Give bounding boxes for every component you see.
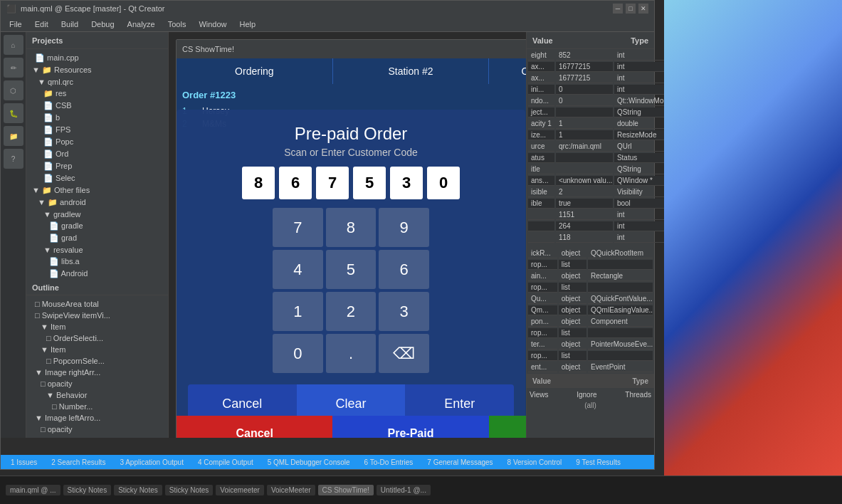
tree-item-selec[interactable]: 📄 Selec (26, 172, 168, 184)
outline-behavior1[interactable]: ▼ Behavior (26, 389, 168, 401)
taskbar-voice2[interactable]: VoiceMeeter (267, 485, 315, 495)
outline-orderselect[interactable]: □ OrderSelecti... (26, 332, 168, 344)
taskbar-sticky1[interactable]: Sticky Notes (63, 485, 112, 495)
numpad-backspace[interactable]: ⌫ (379, 334, 429, 373)
close-button[interactable]: ✕ (638, 4, 648, 14)
tree-item-csb[interactable]: 📄 CSB (26, 100, 168, 112)
numpad-8[interactable]: 8 (326, 208, 377, 247)
outline-image-left[interactable]: ▼ Image leftArro... (26, 412, 168, 424)
outline-opacity1[interactable]: □ opacity (26, 378, 168, 389)
views-label: Views (530, 391, 549, 399)
outline-behavior2[interactable]: ▼ Behavior (26, 435, 168, 438)
obj-name-rop1: rop... (528, 260, 557, 270)
numpad-9[interactable]: 9 (379, 208, 429, 247)
projects-icon[interactable]: 📁 (4, 126, 23, 146)
numpad-1[interactable]: 1 (273, 292, 323, 331)
menu-window[interactable]: Window (193, 19, 232, 30)
numpad-4[interactable]: 4 (273, 250, 323, 289)
code-digit-3: 5 (353, 167, 386, 199)
footer-finished-btn[interactable]: Finished (489, 416, 526, 438)
outline-number1[interactable]: □ Number... (26, 401, 168, 412)
status-compile[interactable]: 4 Compile Output (194, 458, 258, 466)
outline-swipeview[interactable]: □ SwipeView itemVi... (26, 310, 168, 321)
tree-item-gradle2[interactable]: 📄 grad (26, 232, 168, 244)
tree-item-android[interactable]: ▼ 📁 android (26, 196, 168, 209)
prop-val-source: qrc:/main.qml (556, 142, 613, 152)
taskbar-sticky2[interactable]: Sticky Notes (114, 485, 162, 495)
menu-debug[interactable]: Debug (85, 19, 120, 30)
numpad-5[interactable]: 5 (326, 250, 377, 289)
status-general[interactable]: 7 General Messages (423, 458, 497, 466)
tree-item-prep[interactable]: 📄 Prep (26, 160, 168, 172)
obj-row-pointer: ter... object PointerMouseEve... (528, 340, 653, 350)
tree-item-android2[interactable]: 📄 Android (26, 268, 168, 280)
obj-row-rop3: rop... list (528, 328, 653, 338)
status-test[interactable]: 9 Test Results (572, 458, 625, 466)
menu-file[interactable]: File (4, 19, 28, 30)
tree-item-maincpp[interactable]: 📄 main.cpp (26, 52, 168, 64)
prop-row-title: itle QString (528, 164, 671, 174)
taskbar-sticky3[interactable]: Sticky Notes (165, 485, 214, 495)
menu-tools[interactable]: Tools (162, 19, 192, 30)
maximize-button[interactable]: □ (626, 4, 636, 14)
prop-name-maxh: ax... (528, 73, 554, 83)
taskbar-csshowtime[interactable]: CS ShowTime! (318, 485, 374, 495)
design-icon[interactable]: ⬡ (4, 80, 23, 100)
status-appoutput[interactable]: 3 Application Output (115, 458, 188, 466)
taskbar-voice1[interactable]: Voicemeeter (216, 485, 264, 495)
outline-section: Outline □ MouseArea total □ SwipeView it… (26, 280, 168, 438)
tree-item-ord[interactable]: 📄 Ord (26, 148, 168, 160)
numpad-2[interactable]: 2 (326, 292, 377, 331)
footer-prepaid-btn[interactable]: Pre-Paid (332, 416, 488, 438)
prop-type-vis: Visibility (614, 187, 671, 197)
outline-image-right[interactable]: ▼ Image rightArr... (26, 367, 168, 378)
menu-help[interactable]: Help (234, 19, 262, 30)
outline-item2[interactable]: ▼ Item (26, 344, 168, 355)
numpad-7[interactable]: 7 (273, 208, 323, 247)
dialog-title: Pre-paid Order (295, 124, 408, 144)
edit-icon[interactable]: ✏ (4, 58, 23, 78)
tree-item-gradle[interactable]: 📄 gradle (26, 220, 168, 232)
menu-analyze[interactable]: Analyze (122, 19, 161, 30)
outline-opacity2[interactable]: □ opacity (26, 424, 168, 435)
taskbar: main.qml @ ... Sticky Notes Sticky Notes… (0, 476, 842, 504)
outline-popcornsel[interactable]: □ PopcornSele... (26, 355, 168, 367)
status-qml[interactable]: 5 QML Debugger Console (263, 458, 354, 466)
debug-icon[interactable]: 🐛 (4, 103, 23, 123)
numpad-3[interactable]: 3 (379, 292, 429, 331)
tree-item-b[interactable]: 📄 b (26, 112, 168, 124)
status-search[interactable]: 2 Search Results (47, 458, 110, 466)
tree-item-popc[interactable]: 📄 Popc (26, 136, 168, 148)
taskbar-untitled[interactable]: Untitled-1 @... (377, 485, 431, 495)
tree-item-otherfiles[interactable]: ▼ 📁 Other files (26, 184, 168, 196)
prop-val-1151: 1151 (556, 210, 613, 220)
tree-item-fps[interactable]: 📄 FPS (26, 124, 168, 136)
status-version[interactable]: 8 Version Control (503, 458, 567, 466)
outline-mousearea[interactable]: □ MouseArea total (26, 298, 168, 310)
numpad-dot[interactable]: . (326, 334, 377, 373)
welcome-icon[interactable]: ⌂ (4, 35, 23, 55)
status-todo[interactable]: 6 To-Do Entries (360, 458, 418, 466)
tree-item-res[interactable]: 📁 res (26, 88, 168, 100)
tree-item-resources[interactable]: ▼ 📁 Resources (26, 64, 168, 76)
taskbar-qt[interactable]: main.qml @ ... (6, 485, 60, 495)
minimize-button[interactable]: ─ (613, 4, 623, 14)
tree-item-gradlew[interactable]: ▼ gradlew (26, 209, 168, 220)
app-icon: ⬛ (6, 4, 16, 14)
numpad-0[interactable]: 0 (273, 334, 323, 373)
prop-type-source: QUrl (614, 142, 671, 152)
prop-val-maxw: 16777215 (556, 62, 613, 72)
tree-item-resvalue[interactable]: ▼ resvalue (26, 244, 168, 256)
footer-cancel-btn[interactable]: Cancel (177, 416, 332, 438)
outline-item1[interactable]: ▼ Item (26, 321, 168, 332)
numpad-6[interactable]: 6 (379, 250, 429, 289)
menu-edit[interactable]: Edit (29, 19, 54, 30)
status-issues[interactable]: 1 Issues (6, 458, 41, 466)
obj-row-easing: Qm... object QQmlEasingValue... (528, 305, 653, 315)
help-icon[interactable]: ? (4, 149, 23, 169)
prop-val-264: 264 (556, 221, 613, 231)
tree-item-libs[interactable]: 📄 libs.a (26, 256, 168, 268)
menu-build[interactable]: Build (56, 19, 84, 30)
outline-tree: □ MouseArea total □ SwipeView itemVi... … (26, 295, 168, 438)
tree-item-qmlqrc[interactable]: ▼ qml.qrc (26, 76, 168, 88)
